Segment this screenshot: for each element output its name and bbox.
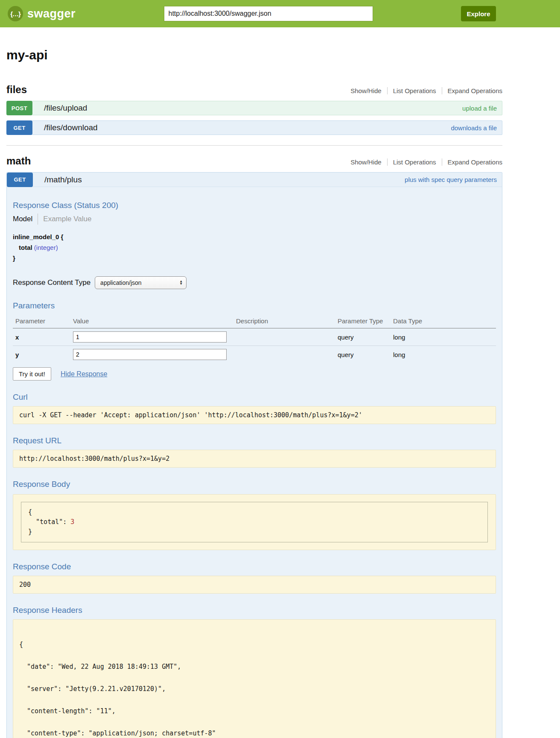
expand-operations-link[interactable]: Expand Operations [442,158,502,166]
json-key: "total": [28,518,70,526]
response-headers-heading: Response Headers [13,606,496,615]
operation-path[interactable]: /math/plus [44,175,82,184]
json-line: "content-type": "application/json; chars… [19,730,490,737]
operation-content: Response Class (Status 200) Model Exampl… [7,187,502,738]
model-signature: inline_model_0 { total (integer) } [13,231,496,264]
expand-operations-link[interactable]: Expand Operations [442,87,502,94]
method-badge-get[interactable]: GET [6,120,32,135]
json-line: { [19,641,490,648]
json-line: "server": "Jetty(9.2.21.v20170120)", [19,685,490,692]
selected-content-type: application/json [100,279,179,286]
section-head-math: math Show/Hide List Operations Expand Op… [6,155,502,167]
show-hide-link[interactable]: Show/Hide [345,158,387,166]
top-bar: {…} swagger Explore [0,0,560,27]
page-title: my-api [6,48,502,62]
parameters-table: Parameter Value Description Parameter Ty… [13,315,496,363]
request-url-value: http://localhost:3000/math/plus?x=1&y=2 [13,450,496,468]
model-property-line: total (integer) [13,242,496,253]
json-line: "total": 3 [28,517,481,527]
column-description: Description [233,315,335,328]
parameter-type: query [335,346,391,363]
parameter-name: x [13,328,70,346]
section-files: files Show/Hide List Operations Expand O… [6,84,502,135]
section-title-math[interactable]: math [6,155,31,167]
method-badge-post[interactable]: POST [6,101,32,115]
model-tabs: Model Example Value [13,214,496,225]
model-open-line: inline_model_0 { [13,231,496,242]
response-code-heading: Response Code [13,562,496,571]
section-head-files: files Show/Hide List Operations Expand O… [6,84,502,96]
model-property-name: total [19,244,32,251]
section-links-files: Show/Hide List Operations Expand Operati… [345,87,502,94]
parameter-row-y: y query long [13,346,496,363]
tab-separator [38,214,38,225]
response-content-type-select[interactable]: application/json ▲▼ [95,276,187,289]
parameters-heading: Parameters [13,301,496,310]
select-arrows-icon: ▲▼ [179,280,183,285]
method-badge-get[interactable]: GET [7,173,33,187]
try-it-out-row: Try it out! Hide Response [13,367,496,381]
response-class-heading: Response Class (Status 200) [13,201,496,210]
operation-summary-link[interactable]: plus with spec query parameters [405,176,497,183]
tab-model[interactable]: Model [13,215,32,223]
curl-heading: Curl [13,392,496,402]
operation-row-files-upload[interactable]: POST /files/upload upload a file [6,101,502,115]
response-headers-json: { "date": "Wed, 22 Aug 2018 18:49:13 GMT… [13,619,496,738]
curly-braces-icon: {…} [8,6,23,21]
brand-name: swagger [27,7,76,20]
model-close-line: } [13,253,496,264]
column-data-type: Data Type [391,315,496,328]
operation-path[interactable]: /files/upload [44,103,87,113]
response-body-box: { "total": 3 } [13,494,496,550]
column-value: Value [70,315,233,328]
swagger-logo[interactable]: {…} swagger [8,6,76,21]
json-number-value: 3 [70,518,74,526]
model-property-type: (integer) [34,244,58,251]
swagger-url-input[interactable] [164,6,373,21]
request-url-heading: Request URL [13,436,496,445]
column-parameter: Parameter [13,315,70,328]
operation-summary-link[interactable]: upload a file [462,105,497,112]
parameter-row-x: x query long [13,328,496,346]
tab-example-value[interactable]: Example Value [43,215,91,223]
response-body-json: { "total": 3 } [21,502,488,542]
json-line: { [28,507,481,517]
operation-block-get-math-plus: GET /math/plus plus with spec query para… [6,172,502,738]
json-line: } [28,527,481,537]
hide-response-link[interactable]: Hide Response [61,370,107,378]
parameter-data-type: long [391,328,496,346]
json-line: "content-length": "11", [19,708,490,715]
parameter-data-type: long [391,346,496,363]
show-hide-link[interactable]: Show/Hide [345,87,387,94]
operation-row-files-download[interactable]: GET /files/download downloads a file [6,120,502,135]
response-content-type-row: Response Content Type application/json ▲… [13,276,496,289]
operation-row-get-math-plus[interactable]: GET /math/plus plus with spec query para… [7,173,502,187]
list-operations-link[interactable]: List Operations [387,87,442,94]
response-content-type-label: Response Content Type [13,278,90,287]
parameter-y-input[interactable] [73,349,227,360]
parameter-type: query [335,328,391,346]
section-title-files[interactable]: files [6,84,27,96]
section-links-math: Show/Hide List Operations Expand Operati… [345,158,502,166]
response-body-heading: Response Body [13,480,496,489]
content-wrap: my-api files Show/Hide List Operations E… [6,27,502,738]
parameter-description [233,328,335,346]
explore-button[interactable]: Explore [461,6,496,21]
column-parameter-type: Parameter Type [335,315,391,328]
parameter-x-input[interactable] [73,331,227,343]
parameters-header-row: Parameter Value Description Parameter Ty… [13,315,496,328]
parameter-name: y [13,346,70,363]
operation-path[interactable]: /files/download [44,123,98,132]
operation-summary-link[interactable]: downloads a file [451,124,497,132]
response-code-value: 200 [13,576,496,594]
list-operations-link[interactable]: List Operations [387,158,442,166]
try-it-out-button[interactable]: Try it out! [13,367,51,381]
parameter-description [233,346,335,363]
section-math: math Show/Hide List Operations Expand Op… [6,145,502,738]
curl-command: curl -X GET --header 'Accept: applicatio… [13,406,496,424]
json-line: "date": "Wed, 22 Aug 2018 18:49:13 GMT", [19,663,490,670]
